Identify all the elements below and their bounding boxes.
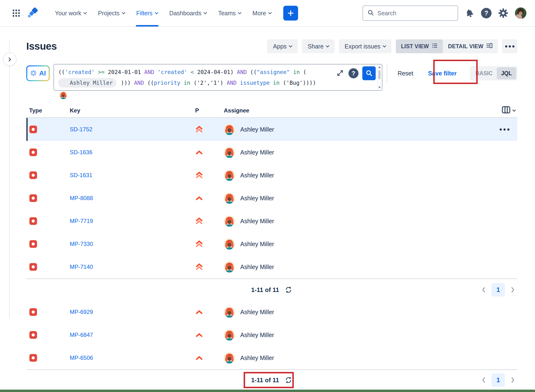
issue-key-link[interactable]: MP-7140 [70, 264, 93, 270]
save-filter-button[interactable]: Save filter [423, 70, 461, 77]
assignee-avatar [224, 193, 235, 204]
syntax-help-icon[interactable]: ? [348, 68, 358, 78]
priority-icon [192, 148, 221, 156]
header-overflow-button[interactable] [502, 39, 517, 53]
expand-query-icon[interactable] [336, 69, 345, 78]
assignee-chip[interactable]: Ashley Miller [58, 78, 117, 88]
issue-key-link[interactable]: SD-1636 [70, 149, 92, 156]
jql-token: AND [237, 69, 247, 75]
issue-key-link[interactable]: MP-8088 [70, 195, 93, 201]
page-header: Issues Apps Share Export issues LIST VIE… [26, 39, 517, 53]
nav-item-projects[interactable]: Projects [92, 0, 130, 26]
bug-type-icon [29, 194, 37, 202]
next-page-icon[interactable] [508, 376, 517, 385]
jql-token: in [184, 80, 190, 86]
issue-key-link[interactable]: SD-1631 [70, 172, 92, 179]
list-view-label: LIST VIEW [401, 43, 429, 50]
table-row[interactable]: MP-7140 [26, 255, 517, 278]
jql-token [187, 69, 191, 75]
chevron-down-icon [238, 11, 242, 15]
table-row[interactable]: MP-6847 [26, 323, 517, 346]
app-switcher-icon[interactable] [10, 6, 23, 20]
jql-token: 'created' [157, 69, 187, 75]
bug-type-icon [29, 354, 37, 362]
issue-key-link[interactable]: MP-6929 [70, 309, 93, 315]
jira-logo-icon[interactable] [26, 7, 40, 19]
row-overflow-button[interactable] [497, 126, 512, 133]
issue-rows-top: SD-1752 [26, 118, 517, 278]
jql-token: '1' [210, 80, 220, 86]
table-row[interactable]: MP-7719 [26, 210, 517, 233]
assignee-name: Ashley Miller [240, 241, 274, 248]
assignee-name: Ashley Miller [240, 218, 274, 225]
nav-item-more[interactable]: More [247, 0, 277, 26]
table-row[interactable]: MP-6506 [26, 346, 517, 369]
jql-token [95, 69, 98, 75]
page-number-button[interactable]: 1 [492, 373, 505, 387]
share-button[interactable]: Share [302, 39, 335, 53]
next-page-icon[interactable] [508, 285, 517, 294]
apps-button-label: Apps [273, 43, 287, 50]
refresh-icon[interactable] [284, 376, 293, 384]
table-row[interactable]: SD-1631 [26, 164, 517, 187]
jql-token: (( [144, 80, 154, 86]
issue-key-link[interactable]: MP-6847 [70, 332, 93, 338]
jql-token: issuetype [240, 80, 270, 86]
expand-sidebar-button[interactable] [3, 53, 16, 66]
assignee-avatar [224, 216, 235, 227]
jql-token: AND [144, 69, 154, 75]
detail-view-tab[interactable]: DETAIL VIEW [443, 39, 498, 53]
assignee-name: Ashley Miller [240, 264, 274, 270]
nav-item-label: Filters [136, 10, 153, 17]
table-row[interactable]: SD-1752 [26, 118, 517, 141]
basic-jql-toggle: BASIC JQL [470, 66, 517, 80]
jql-token: priority [154, 80, 180, 86]
assignee-avatar [224, 170, 235, 181]
bottom-green-bar [0, 390, 535, 392]
issue-key-link[interactable]: MP-7330 [70, 241, 93, 247]
ai-button-label: AI [39, 69, 46, 77]
nav-item-teams[interactable]: Teams [212, 0, 247, 26]
table-row[interactable]: MP-8088 [26, 187, 517, 210]
jql-mode-tab[interactable]: JQL [497, 67, 516, 79]
issue-key-link[interactable]: SD-1752 [70, 126, 92, 133]
page-number-button[interactable]: 1 [492, 283, 505, 297]
issue-key-link[interactable]: MP-7719 [70, 218, 93, 224]
jql-token: in [273, 80, 280, 86]
detail-view-icon [486, 43, 492, 50]
assignee-avatar [224, 329, 235, 341]
create-button[interactable] [283, 6, 298, 21]
configure-columns-button[interactable] [489, 106, 517, 115]
table-row[interactable]: MP-7330 [26, 233, 517, 255]
table-row[interactable]: SD-1636 [26, 141, 517, 164]
issue-key-link[interactable]: MP-6506 [70, 355, 93, 361]
priority-icon [192, 240, 221, 248]
help-icon[interactable]: ? [481, 8, 492, 18]
search-input[interactable] [377, 10, 454, 17]
reset-button[interactable]: Reset [393, 70, 418, 77]
query-scrollbar[interactable] [377, 65, 381, 90]
nav-item-filters[interactable]: Filters [131, 0, 164, 26]
notifications-bell-icon[interactable] [465, 8, 474, 18]
run-query-button[interactable] [362, 66, 376, 80]
jql-query-input[interactable]: (('created' >= 2024-01-01 AND 'created' … [54, 64, 382, 91]
global-search[interactable] [363, 5, 458, 21]
jql-query-line-2: Ashley Miller ))) AND ((priority in ('2'… [54, 77, 382, 88]
apps-button[interactable]: Apps [267, 39, 298, 53]
issue-rows-bottom: MP-6929 [26, 301, 517, 369]
ai-button[interactable]: AI [26, 65, 50, 81]
assignee-avatar [224, 307, 235, 318]
jql-token: in [293, 69, 300, 75]
previous-page-icon[interactable] [479, 376, 488, 385]
table-row[interactable]: MP-6929 [26, 301, 517, 323]
nav-item-your-work[interactable]: Your work [49, 0, 92, 26]
list-view-tab[interactable]: LIST VIEW [396, 39, 443, 53]
user-avatar[interactable] [515, 7, 526, 19]
previous-page-icon[interactable] [479, 285, 488, 294]
export-issues-button[interactable]: Export issues [339, 39, 391, 53]
basic-mode-tab[interactable]: BASIC [471, 67, 497, 79]
refresh-icon[interactable] [284, 286, 293, 294]
nav-item-dashboards[interactable]: Dashboards [164, 0, 213, 26]
settings-gear-icon[interactable] [498, 8, 508, 18]
chevron-down-icon [203, 11, 207, 15]
